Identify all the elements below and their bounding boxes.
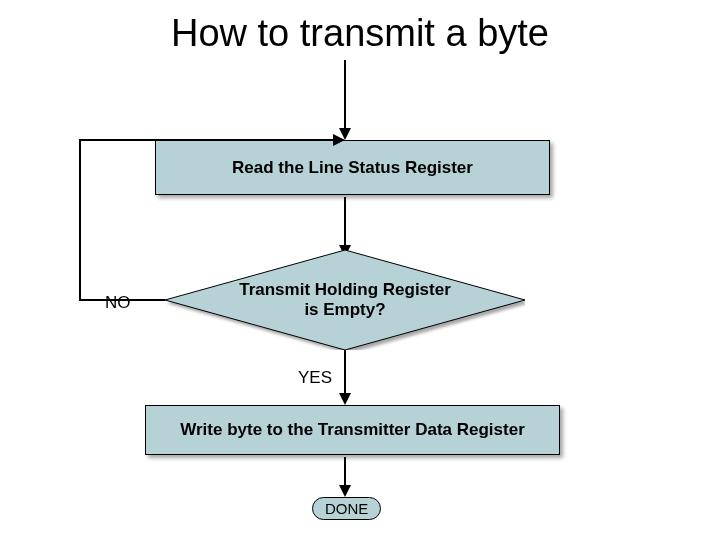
arrow-read-to-decision bbox=[335, 197, 355, 257]
arrow-into-read bbox=[335, 60, 355, 140]
svg-marker-7 bbox=[339, 393, 351, 405]
terminator-done: DONE bbox=[312, 497, 381, 520]
svg-marker-9 bbox=[339, 485, 351, 497]
step-write-byte: Write byte to the Transmitter Data Regis… bbox=[145, 405, 560, 455]
terminator-done-text: DONE bbox=[325, 500, 368, 517]
arrow-write-to-done bbox=[335, 457, 355, 497]
step-write-byte-text: Write byte to the Transmitter Data Regis… bbox=[180, 420, 525, 440]
page-title: How to transmit a byte bbox=[0, 12, 720, 55]
arrow-decision-to-write bbox=[335, 350, 355, 405]
arrow-no-loop bbox=[70, 128, 270, 328]
label-yes: YES bbox=[298, 368, 332, 388]
diagram-stage: How to transmit a byte Read the Line Sta… bbox=[0, 0, 720, 540]
decision-text: Transmit Holding Register is Empty? bbox=[239, 280, 451, 321]
